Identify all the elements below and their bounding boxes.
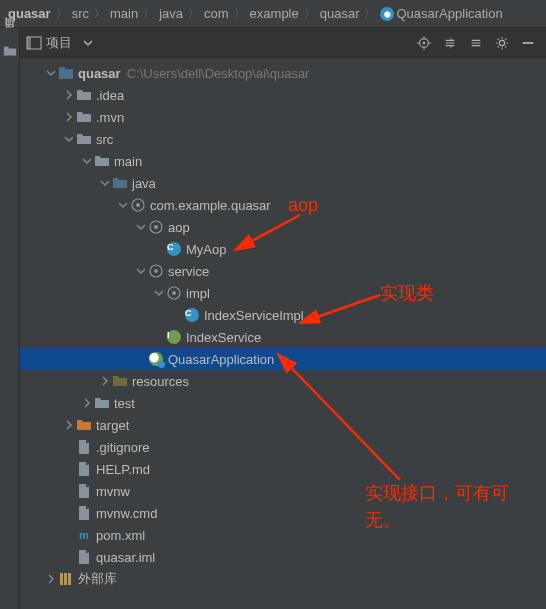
- tree-node[interactable]: CIndexServiceImpl: [20, 304, 546, 326]
- chevron-right-icon: 〉: [233, 6, 246, 21]
- tree-node[interactable]: mpom.xml: [20, 524, 546, 546]
- chevron-down-icon[interactable]: [44, 66, 58, 80]
- tree-node-label: test: [114, 396, 135, 411]
- tree-node[interactable]: HELP.md: [20, 458, 546, 480]
- tree-node[interactable]: .idea: [20, 84, 546, 106]
- file-icon: [76, 461, 92, 477]
- svg-point-17: [154, 269, 158, 273]
- chevron-right-icon[interactable]: [98, 374, 112, 388]
- chevron-down-icon[interactable]: [98, 176, 112, 190]
- chevron-down-icon[interactable]: [116, 198, 130, 212]
- breadcrumb-label: quasar: [320, 6, 360, 21]
- tree-node-label: aop: [168, 220, 190, 235]
- breadcrumb-label: main: [110, 6, 138, 21]
- breadcrumb-label: java: [159, 6, 183, 21]
- svg-rect-1: [27, 37, 31, 49]
- tree-node[interactable]: java: [20, 172, 546, 194]
- project-view-icon: [26, 35, 42, 51]
- tree-node[interactable]: test: [20, 392, 546, 414]
- collapse-all-icon[interactable]: [464, 31, 488, 55]
- locate-icon[interactable]: [412, 31, 436, 55]
- folder-src-icon: [112, 175, 128, 191]
- tree-node[interactable]: com.example.quasar: [20, 194, 546, 216]
- tree-node[interactable]: mvnw.cmd: [20, 502, 546, 524]
- svg-rect-21: [64, 573, 67, 585]
- tree-node-hint: C:\Users\dell\Desktop\ai\quasar: [127, 66, 310, 81]
- chevron-down-icon[interactable]: [152, 286, 166, 300]
- tree-node-label: IndexServiceImpl: [204, 308, 304, 323]
- springboot-icon: ⬤: [380, 7, 394, 21]
- tree-node[interactable]: IIndexService: [20, 326, 546, 348]
- lib-icon: [58, 571, 74, 587]
- chevron-down-icon[interactable]: [134, 220, 148, 234]
- project-view-label[interactable]: 项目: [46, 34, 72, 52]
- tree-node-label: MyAop: [186, 242, 226, 257]
- tree-node-label: com.example.quasar: [150, 198, 271, 213]
- breadcrumb-segment[interactable]: quasar: [6, 6, 53, 21]
- springboot-icon: ⬤: [148, 351, 164, 367]
- chevron-down-icon[interactable]: [62, 132, 76, 146]
- breadcrumb-segment[interactable]: src: [70, 6, 91, 21]
- file-icon: [76, 483, 92, 499]
- package-icon: [130, 197, 146, 213]
- chevron-right-icon[interactable]: [80, 396, 94, 410]
- chevron-right-icon[interactable]: [44, 572, 58, 586]
- tree-node[interactable]: 外部库: [20, 568, 546, 590]
- breadcrumb-segment[interactable]: main: [108, 6, 140, 21]
- folder-icon: [76, 87, 92, 103]
- chevron-right-icon: 〉: [363, 6, 376, 21]
- tree-node[interactable]: main: [20, 150, 546, 172]
- project-tree[interactable]: quasarC:\Users\dell\Desktop\ai\quasar.id…: [20, 58, 546, 609]
- package-icon: [148, 219, 164, 235]
- chevron-down-icon[interactable]: [134, 264, 148, 278]
- tree-node[interactable]: CMyAop: [20, 238, 546, 260]
- tree-node[interactable]: target: [20, 414, 546, 436]
- folder-res-icon: [112, 373, 128, 389]
- tree-node-label: mvnw: [96, 484, 130, 499]
- tree-node[interactable]: ⬤QuasarApplication: [20, 348, 546, 370]
- breadcrumb-segment[interactable]: ⬤QuasarApplication: [378, 6, 504, 21]
- breadcrumb-segment[interactable]: quasar: [318, 6, 362, 21]
- folder-icon: [94, 153, 110, 169]
- side-tab-project[interactable]: 项目: [2, 34, 17, 38]
- tree-node[interactable]: quasarC:\Users\dell\Desktop\ai\quasar: [20, 62, 546, 84]
- tree-node-label: src: [96, 132, 113, 147]
- tree-node-label: target: [96, 418, 129, 433]
- tree-node-label: HELP.md: [96, 462, 150, 477]
- tree-node[interactable]: quasar.iml: [20, 546, 546, 568]
- breadcrumb-label: QuasarApplication: [396, 6, 502, 21]
- chevron-right-icon[interactable]: [62, 110, 76, 124]
- tree-node-label: 外部库: [78, 570, 117, 588]
- tree-node[interactable]: aop: [20, 216, 546, 238]
- breadcrumb-segment[interactable]: java: [157, 6, 185, 21]
- breadcrumb-segment[interactable]: com: [202, 6, 231, 21]
- svg-rect-10: [59, 69, 73, 79]
- expand-all-icon[interactable]: [438, 31, 462, 55]
- hide-icon[interactable]: [516, 31, 540, 55]
- file-icon: [76, 549, 92, 565]
- breadcrumb-segment[interactable]: example: [248, 6, 301, 21]
- tree-node-label: mvnw.cmd: [96, 506, 157, 521]
- chevron-right-icon: 〉: [187, 6, 200, 21]
- breadcrumb-label: quasar: [8, 6, 51, 21]
- chevron-right-icon[interactable]: [62, 418, 76, 432]
- chevron-down-icon[interactable]: [80, 154, 94, 168]
- view-dropdown-icon[interactable]: [76, 31, 100, 55]
- tree-node[interactable]: .gitignore: [20, 436, 546, 458]
- tool-window-side-strip: 项目: [0, 28, 20, 609]
- tree-node[interactable]: mvnw: [20, 480, 546, 502]
- folder-icon: [76, 109, 92, 125]
- svg-point-19: [172, 291, 176, 295]
- svg-point-13: [136, 203, 140, 207]
- tree-node[interactable]: .mvn: [20, 106, 546, 128]
- chevron-right-icon[interactable]: [62, 88, 76, 102]
- tree-node[interactable]: resources: [20, 370, 546, 392]
- tree-node[interactable]: src: [20, 128, 546, 150]
- tree-node[interactable]: service: [20, 260, 546, 282]
- svg-rect-9: [523, 42, 534, 44]
- tree-node-label: .gitignore: [96, 440, 149, 455]
- settings-icon[interactable]: [490, 31, 514, 55]
- tree-node-label: quasar: [78, 66, 121, 81]
- module-icon: [58, 65, 74, 81]
- tree-node[interactable]: impl: [20, 282, 546, 304]
